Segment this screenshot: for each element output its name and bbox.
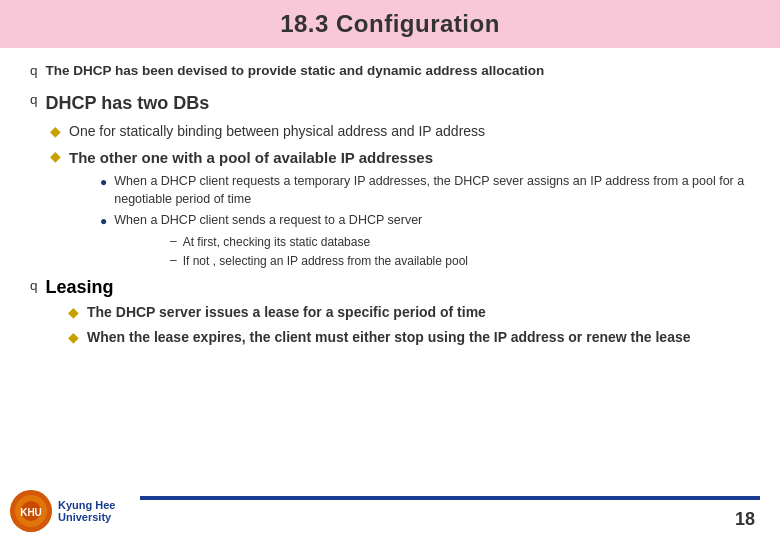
diamond-text-1: One for statically binding between physi… [69,122,485,142]
footer: KHU Kyung Hee University [0,490,780,540]
bullet-2-header: q DHCP has two DBs [30,91,750,116]
diamond-text-2: The other one with a pool of available I… [69,147,433,169]
dash-bullets: – At first, checking its static database… [170,234,750,270]
leasing-diamond-icon-1: ◆ [68,304,79,320]
leasing-diamond-1: ◆ The DHCP server issues a lease for a s… [68,303,750,323]
diamond-icon-1: ◆ [50,123,61,139]
bullet-3-header: q Leasing [30,277,750,298]
leasing-sub-bullets: ◆ The DHCP server issues a lease for a s… [68,303,750,347]
diamond-bullet-2: ◆ The other one with a pool of available… [50,147,750,169]
diamond-bullet-1: ◆ One for statically binding between phy… [50,122,750,142]
bullet-1-bold: The DHCP has been devised to provide sta… [46,63,545,78]
dash-bullet-1: – At first, checking its static database [170,234,750,251]
logo-svg: KHU [10,490,52,532]
square-bullet-3: q [30,278,38,293]
dash-icon-2: – [170,253,177,267]
circle-bullet-1: ● When a DHCP client requests a temporar… [100,173,750,208]
square-bullet-2: q [30,92,38,107]
university-name: Kyung Hee University [58,499,115,523]
university-logo: KHU [10,490,52,532]
leasing-label: Leasing [46,277,114,298]
circle-bullet-2: ● When a DHCP client sends a request to … [100,212,750,230]
leasing-sub2-bold: When the lease expires, the client must … [87,329,690,345]
dash-icon-1: – [170,234,177,248]
leasing-diamond-text-1: The DHCP server issues a lease for a spe… [87,303,486,323]
leasing-diamond-icon-2: ◆ [68,329,79,345]
title-bar: 18.3 Configuration [0,0,780,48]
dash-bullet-2: – If not , selecting an IP address from … [170,253,750,270]
slide-title: 18.3 Configuration [280,10,500,37]
dash-text-1: At first, checking its static database [183,234,370,251]
square-bullet-1: q [30,63,38,78]
bullet-2-label: DHCP has two DBs [46,91,210,116]
leasing-diamond-2: ◆ When the lease expires, the client mus… [68,328,750,348]
diamond-text-2-bold: The other one with a pool of available I… [69,149,433,166]
leasing-diamond-text-2: When the lease expires, the client must … [87,328,690,348]
page-number: 18 [735,509,755,530]
bullet-2-sub: ◆ One for statically binding between phy… [50,122,750,269]
univ-line2: University [58,511,115,523]
leasing-sub1-bold: The DHCP server issues a lease for a spe… [87,304,486,320]
logo-area: KHU Kyung Hee University [10,490,115,532]
content-area: q The DHCP has been devised to provide s… [0,62,780,348]
circle-text-1: When a DHCP client requests a temporary … [114,173,750,208]
diamond-icon-2: ◆ [50,148,61,164]
svg-text:KHU: KHU [20,507,42,518]
bullet-1: q The DHCP has been devised to provide s… [30,62,750,81]
dash-text-2: If not , selecting an IP address from th… [183,253,468,270]
dhcp-label: DHCP has two DBs [46,93,210,113]
univ-line1: Kyung Hee [58,499,115,511]
slide: 18.3 Configuration q The DHCP has been d… [0,0,780,540]
bullet-1-text: The DHCP has been devised to provide sta… [46,62,545,81]
circle-icon-1: ● [100,175,107,189]
circle-text-2: When a DHCP client sends a request to a … [114,212,422,230]
circle-bullets: ● When a DHCP client requests a temporar… [100,173,750,269]
circle-icon-2: ● [100,214,107,228]
